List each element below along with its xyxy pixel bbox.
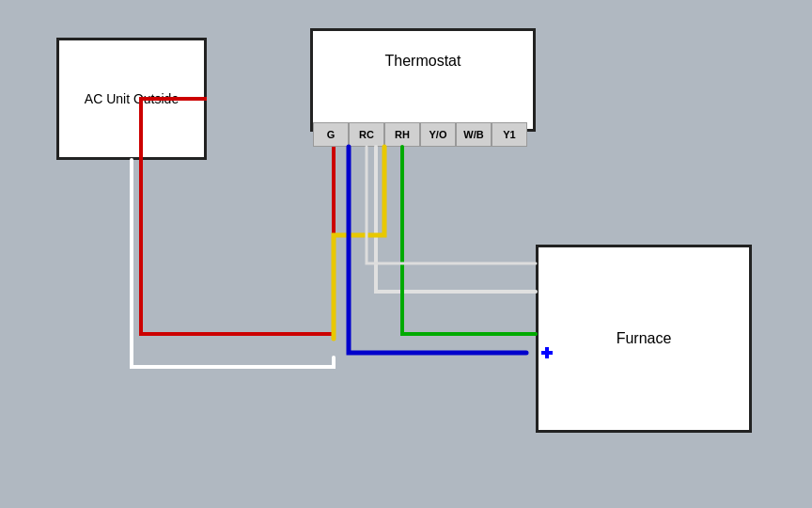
wiring-diagram bbox=[0, 0, 812, 508]
gray-wire bbox=[367, 147, 536, 263]
green-wire bbox=[402, 147, 536, 334]
red-wire bbox=[141, 99, 334, 334]
white-wire-thermostat bbox=[376, 147, 536, 292]
diagram-container: AC Unit Outside Thermostat G RC RH Y/O W… bbox=[0, 0, 812, 508]
